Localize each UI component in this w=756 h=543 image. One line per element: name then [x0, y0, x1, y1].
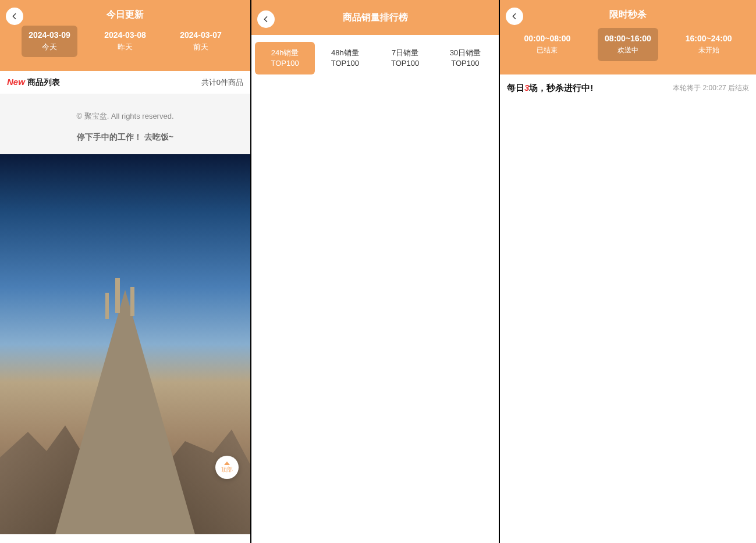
back-to-top-button[interactable]: 顶部 [215, 456, 239, 479]
back-button[interactable] [6, 8, 23, 25]
date-tab-today[interactable]: 2024-03-09 今天 [22, 26, 77, 57]
time-tabs: 00:00~08:00 已结束 08:00~16:00 欢送中 16:00~24… [500, 21, 756, 61]
footer-message: 停下手中的工作！ 去吃饭~ [0, 132, 250, 143]
rank-tab-48h[interactable]: 48h销量TOP100 [315, 42, 375, 74]
product-list-header: New商品列表 共计0件商品 [0, 71, 250, 94]
daily-update-panel: 今日更新 2024-03-09 今天 2024-03-08 昨天 2024-03… [0, 0, 251, 543]
time-tab-slot3[interactable]: 16:00~24:00 未开始 [679, 28, 739, 61]
header-daily: 今日更新 2024-03-09 今天 2024-03-08 昨天 2024-03… [0, 0, 250, 71]
time-tab-slot2[interactable]: 08:00~16:00 欢送中 [598, 28, 658, 61]
page-title: 限时秒杀 [500, 0, 756, 21]
list-title: New商品列表 [7, 77, 60, 88]
countdown-text: 本轮将于 2:00:27 后结束 [673, 83, 749, 93]
back-button[interactable] [257, 10, 275, 28]
arrow-left-icon [510, 12, 519, 21]
time-tab-slot1[interactable]: 00:00~08:00 已结束 [517, 28, 577, 61]
arrow-left-icon [261, 15, 271, 24]
flash-info-row: 每日3场，秒杀进行中! 本轮将于 2:00:27 后结束 [500, 74, 756, 102]
rank-tab-24h[interactable]: 24h销量TOP100 [255, 42, 315, 74]
page-title: 今日更新 [0, 0, 250, 21]
date-tab-yesterday[interactable]: 2024-03-08 昨天 [97, 26, 153, 57]
sales-ranking-panel: 商品销量排行榜 24h销量TOP100 48h销量TOP100 7日销量TOP1… [251, 0, 500, 543]
caret-up-icon [224, 462, 230, 465]
flash-slogan: 每日3场，秒杀进行中! [507, 83, 593, 94]
footer: © 聚宝盆. All rights reserved. 停下手中的工作！ 去吃饭… [0, 94, 250, 154]
back-button[interactable] [506, 8, 523, 25]
hero-image [0, 154, 250, 534]
date-tab-daybefore[interactable]: 2024-03-07 前天 [173, 26, 229, 57]
new-badge: New [7, 77, 25, 87]
header-flash: 限时秒杀 00:00~08:00 已结束 08:00~16:00 欢送中 16:… [500, 0, 756, 74]
product-count: 共计0件商品 [201, 77, 243, 88]
date-tabs: 2024-03-09 今天 2024-03-08 昨天 2024-03-07 前… [0, 21, 250, 57]
copyright: © 聚宝盆. All rights reserved. [0, 111, 250, 122]
page-title: 商品销量排行榜 [251, 0, 499, 24]
rank-tab-30d[interactable]: 30日销量TOP100 [435, 42, 495, 74]
rank-tabs: 24h销量TOP100 48h销量TOP100 7日销量TOP100 30日销量… [251, 35, 499, 81]
rank-tab-7d[interactable]: 7日销量TOP100 [375, 42, 435, 74]
header-ranking: 商品销量排行榜 [251, 0, 499, 35]
arrow-left-icon [10, 12, 19, 21]
back-to-top-label: 顶部 [221, 466, 233, 474]
flash-sale-panel: 限时秒杀 00:00~08:00 已结束 08:00~16:00 欢送中 16:… [500, 0, 756, 543]
